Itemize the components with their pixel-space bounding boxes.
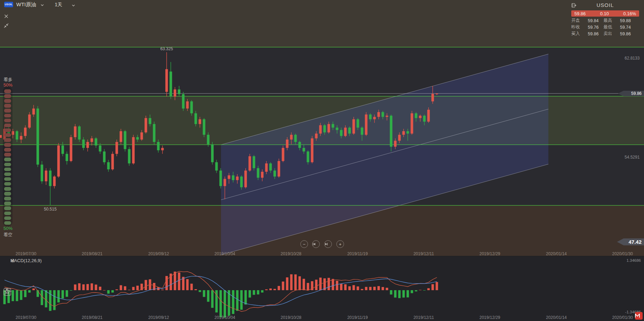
macd-chart[interactable]: 1.34686-1.346862019/07/302019/08/212019/… [0, 256, 644, 321]
bull-pill [4, 119, 11, 123]
bull-pill [4, 138, 11, 142]
pulse-line-icon[interactable] [3, 288, 12, 294]
collapse-icon[interactable] [3, 23, 9, 28]
gear-icon[interactable] [10, 258, 15, 263]
last-price: 59.86 [574, 11, 586, 16]
high-value: 59.88 [615, 18, 631, 23]
bid-value: 59.86 [583, 32, 599, 36]
zoom-in-glyph: + [339, 242, 342, 247]
svg-text:2019/10/28: 2019/10/28 [281, 251, 301, 256]
bull-pill [4, 104, 11, 108]
bull-pill [4, 148, 11, 152]
svg-text:2019/10/04: 2019/10/04 [214, 315, 235, 320]
svg-text:2019/09/12: 2019/09/12 [148, 251, 169, 256]
skip-start-icon [312, 242, 316, 246]
bear-label: 看空 [3, 232, 12, 238]
svg-text:54.5291: 54.5291 [625, 155, 640, 160]
svg-text:2019/08/21: 2019/08/21 [82, 315, 103, 320]
svg-text:2019/11/19: 2019/11/19 [347, 315, 368, 320]
bull-pill [4, 124, 11, 127]
svg-text:2019/11/19: 2019/11/19 [347, 251, 368, 256]
svg-text:1.34686: 1.34686 [626, 258, 641, 262]
ask-value: 59.86 [615, 32, 631, 36]
bear-pill [4, 206, 11, 210]
bull-pill [4, 153, 11, 157]
svg-text:62.8133: 62.8133 [625, 56, 640, 61]
macd-header: MACD(12,26,9) [10, 258, 42, 263]
bull-pill [4, 89, 11, 93]
panel-toggle-icon[interactable] [571, 3, 576, 8]
bear-pill [4, 158, 11, 161]
quote-row: 开盘 59.84 最高 59.88 [571, 18, 639, 23]
bull-pill [4, 109, 11, 113]
chevron-down-icon[interactable] [71, 3, 76, 8]
ask-label: 卖出 [603, 31, 615, 37]
main-chart[interactable]: 63.32550.51562.813354.529159.8647.422019… [0, 0, 644, 256]
zoom-in-button[interactable]: + [336, 240, 344, 248]
prev-close-label: 昨收 [571, 24, 583, 30]
bear-pill [4, 197, 11, 200]
bear-pill [4, 202, 11, 205]
quote-panel: USOIL 59.86 0.10 0.16% 开盘 59.84 最高 59.88… [571, 1, 639, 36]
bull-pill [4, 99, 11, 103]
bull-pill [4, 114, 11, 118]
chevron-down-icon[interactable] [40, 3, 44, 7]
close-icon[interactable] [4, 14, 8, 18]
bear-pill [4, 221, 11, 225]
svg-text:2020/01/30: 2020/01/30 [612, 251, 633, 256]
bear-pill [4, 212, 11, 215]
bull-pill [4, 128, 11, 132]
svg-text:50.515: 50.515 [44, 207, 57, 212]
m-logo-badge[interactable] [635, 312, 643, 320]
bear-percent: 50% [3, 226, 12, 231]
sentiment-gauge [3, 87, 12, 226]
svg-text:2019/12/11: 2019/12/11 [413, 315, 434, 320]
open-value: 59.84 [583, 18, 599, 23]
bear-pill [4, 163, 11, 167]
skip-end-icon [325, 242, 328, 246]
low-value: 59.74 [615, 25, 631, 30]
open-label: 开盘 [571, 18, 583, 24]
bull-pill [4, 133, 11, 137]
chevron-down-icon[interactable] [571, 32, 575, 36]
svg-text:2019/10/28: 2019/10/28 [281, 315, 301, 320]
zoom-out-button[interactable]: − [300, 240, 308, 248]
bear-pill [4, 187, 11, 191]
svg-text:2019/07/30: 2019/07/30 [16, 251, 36, 256]
bear-pill [4, 168, 11, 171]
quote-row: 昨收 59.76 最低 59.74 [571, 25, 639, 30]
svg-text:2020/01/14: 2020/01/14 [546, 315, 567, 320]
price-change-pct: 0.16% [623, 11, 636, 16]
bull-label: 看多 [3, 77, 12, 83]
skip-to-start-button[interactable] [312, 240, 320, 248]
svg-text:2019/12/11: 2019/12/11 [413, 251, 434, 256]
svg-text:2020/01/30: 2020/01/30 [612, 315, 633, 320]
bull-pill [4, 94, 11, 98]
zoom-out-glyph: − [303, 242, 306, 247]
svg-text:2019/10/04: 2019/10/04 [214, 251, 235, 256]
bear-pill [4, 182, 11, 186]
bear-pill [4, 177, 11, 181]
bear-pill [4, 216, 11, 220]
bear-pill [4, 172, 11, 176]
svg-text:59.86: 59.86 [631, 91, 642, 96]
symbol-title[interactable]: WTI原油 [16, 1, 36, 8]
prev-close-value: 59.76 [583, 25, 599, 30]
low-label: 最低 [603, 24, 615, 30]
timeframe-select[interactable]: 1天 [55, 2, 62, 8]
svg-text:2019/09/12: 2019/09/12 [148, 315, 169, 320]
price-change: 0.10 [600, 11, 609, 16]
svg-text:2019/12/29: 2019/12/29 [479, 251, 500, 256]
m-logo-icon [635, 314, 640, 318]
quote-symbol: USOIL [571, 2, 639, 8]
bull-percent: 50% [3, 82, 12, 88]
quote-row: 买入 59.86 卖出 59.86 [571, 31, 639, 36]
svg-text:2019/07/30: 2019/07/30 [16, 315, 36, 320]
skip-to-end-button[interactable] [324, 240, 332, 248]
bear-pill [4, 192, 11, 196]
price-banner: 59.86 0.10 0.16% [571, 10, 639, 17]
svg-text:47.42: 47.42 [628, 239, 642, 245]
svg-text:2019/08/21: 2019/08/21 [82, 251, 103, 256]
symbol-badge: USOIL [4, 2, 13, 7]
svg-text:63.325: 63.325 [160, 46, 173, 51]
